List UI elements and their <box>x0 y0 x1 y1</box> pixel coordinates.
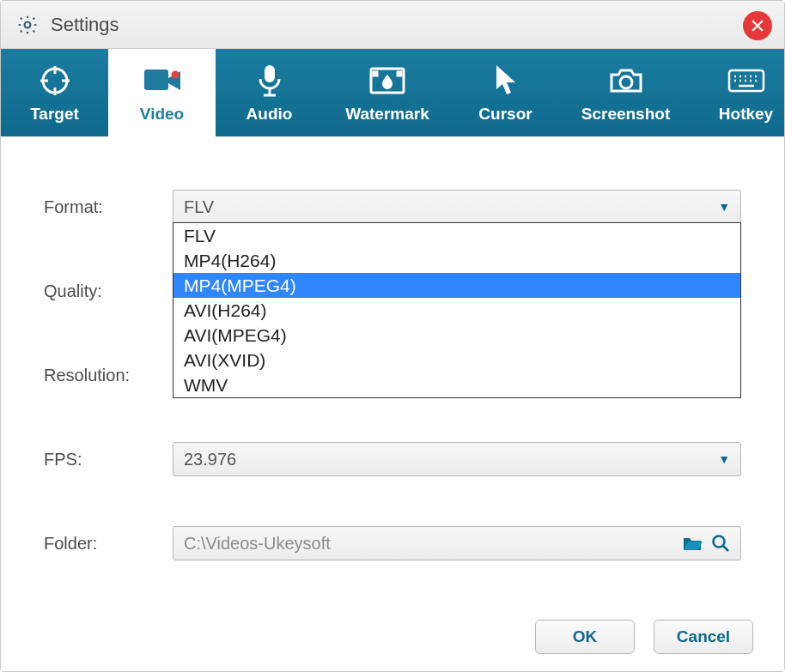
tab-label: Target <box>30 105 79 124</box>
ok-button[interactable]: OK <box>535 620 635 654</box>
format-row: Format: FLV ▼ <box>44 188 741 226</box>
format-option[interactable]: AVI(H264) <box>173 298 740 323</box>
format-label: Format: <box>44 197 173 217</box>
folder-label: Folder: <box>44 534 173 554</box>
format-option[interactable]: FLV <box>173 223 740 248</box>
close-icon <box>750 18 765 33</box>
svg-rect-12 <box>374 72 377 76</box>
resolution-label: Resolution: <box>44 366 173 385</box>
chevron-down-icon: ▼ <box>718 452 730 466</box>
svg-point-27 <box>714 536 725 548</box>
tab-target[interactable]: Target <box>1 49 108 136</box>
tab-label: Video <box>140 105 184 124</box>
fps-row: FPS: 23.976 ▼ <box>44 440 741 478</box>
fps-value: 23.976 <box>184 450 236 469</box>
svg-rect-6 <box>144 70 168 90</box>
chevron-down-icon: ▼ <box>718 200 730 214</box>
tab-label: Screenshot <box>581 105 670 124</box>
format-option[interactable]: MP4(MPEG4) <box>173 273 740 298</box>
video-icon <box>143 62 182 100</box>
svg-rect-13 <box>398 72 401 76</box>
open-folder-button[interactable] <box>682 535 703 552</box>
cursor-icon <box>493 62 519 100</box>
fps-label: FPS: <box>44 450 173 469</box>
format-value: FLV <box>184 197 214 217</box>
tab-label: Hotkey <box>719 105 773 124</box>
tab-cursor[interactable]: Cursor <box>452 49 559 136</box>
tab-screenshot[interactable]: Screenshot <box>559 49 692 136</box>
format-select[interactable]: FLV ▼ <box>173 190 741 224</box>
keyboard-icon <box>727 62 766 100</box>
svg-rect-8 <box>265 65 275 82</box>
tab-audio[interactable]: Audio <box>216 49 323 136</box>
svg-point-0 <box>25 21 31 27</box>
tab-label: Audio <box>246 105 293 124</box>
gear-icon <box>15 12 40 38</box>
tab-watermark[interactable]: Watermark <box>323 49 452 136</box>
format-dropdown[interactable]: FLV MP4(H264) MP4(MPEG4) AVI(H264) AVI(M… <box>173 222 741 398</box>
format-option[interactable]: MP4(H264) <box>173 248 740 273</box>
tab-video[interactable]: Video <box>108 49 216 136</box>
format-option[interactable]: AVI(XVID) <box>173 348 740 372</box>
svg-point-14 <box>620 76 632 88</box>
format-option[interactable]: WMV <box>173 372 740 397</box>
titlebar: Settings <box>1 1 784 49</box>
svg-point-7 <box>171 71 179 79</box>
settings-window: Settings Target <box>0 0 785 672</box>
cancel-button[interactable]: Cancel <box>654 620 753 654</box>
search-icon <box>711 534 730 553</box>
svg-line-28 <box>723 546 728 551</box>
window-title: Settings <box>51 14 119 36</box>
tab-label: Cursor <box>478 105 532 124</box>
target-icon <box>38 62 72 100</box>
folder-row: Folder: C:\Videos-Ukeysoft <box>44 524 741 562</box>
folder-input[interactable]: C:\Videos-Ukeysoft <box>173 526 741 560</box>
microphone-icon <box>256 62 283 100</box>
camera-icon <box>607 62 645 100</box>
folder-actions <box>682 534 730 553</box>
video-settings-panel: Format: FLV ▼ Quality: Resolution: FPS: … <box>1 136 784 671</box>
quality-label: Quality: <box>44 282 173 301</box>
tab-hotkey[interactable]: Hotkey <box>692 49 785 136</box>
browse-button[interactable] <box>711 534 730 553</box>
format-option[interactable]: AVI(MPEG4) <box>173 323 740 348</box>
watermark-icon <box>368 62 406 100</box>
fps-select[interactable]: 23.976 ▼ <box>173 442 741 476</box>
dialog-footer: OK Cancel <box>535 620 753 654</box>
close-button[interactable] <box>743 11 772 40</box>
tabs: Target Video Audio <box>1 49 784 136</box>
folder-path: C:\Videos-Ukeysoft <box>184 534 673 554</box>
tab-label: Watermark <box>345 105 429 124</box>
folder-icon <box>682 535 703 552</box>
